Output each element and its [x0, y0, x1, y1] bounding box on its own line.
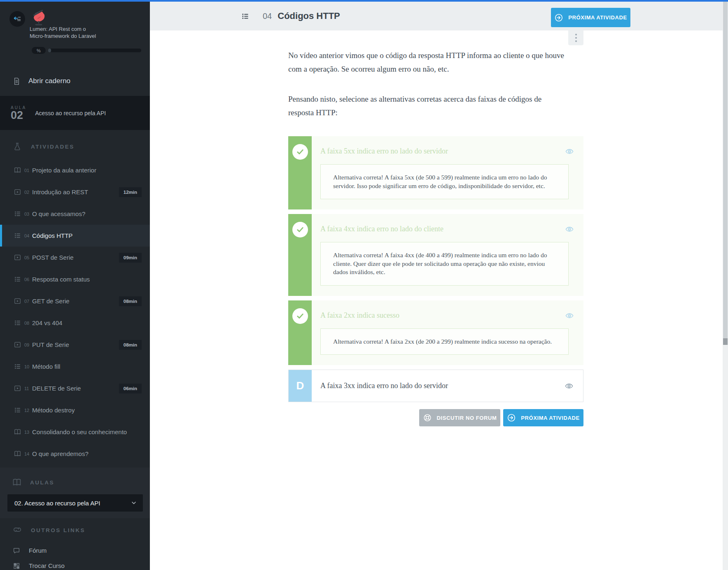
video-icon — [14, 254, 21, 261]
sidebar-item-introducao-ao-rest[interactable]: 02 Introdução ao REST 12min — [0, 181, 150, 203]
answer-title: A faixa 4xx indica erro no lado do clien… — [320, 225, 574, 233]
discuss-forum-button[interactable]: DISCUTIR NO FORUM — [419, 409, 500, 426]
check-circle-icon — [292, 222, 308, 237]
activity-label: Resposta com status — [32, 276, 90, 283]
sidebar-item-o-que-acessamos[interactable]: 03 O que acessamos? — [0, 203, 150, 225]
duration-badge: 08min — [119, 340, 142, 350]
scrollbar-thumb[interactable] — [723, 2, 728, 338]
video-icon — [14, 188, 21, 196]
link-icon — [13, 525, 22, 535]
sidebar-item-codigos-http[interactable]: 04 Códigos HTTP — [0, 225, 150, 247]
activity-label: POST de Serie — [32, 254, 74, 261]
lifebuoy-icon — [423, 413, 432, 422]
sidebar-item-delete-de-serie[interactable]: 11 DELETE de Serie 06min — [0, 377, 150, 399]
scrollbar-thumb-end[interactable] — [723, 338, 728, 345]
list-icon — [14, 210, 21, 218]
sidebar-item-put-de-serie[interactable]: 09 PUT de Serie 08min — [0, 334, 150, 356]
list-icon — [14, 232, 21, 240]
activity-number: 08 — [24, 321, 31, 326]
activity-number: 11 — [24, 386, 31, 391]
activity-label: DELETE de Serie — [32, 385, 81, 392]
discuss-forum-label: DISCUTIR NO FORUM — [437, 415, 497, 421]
other-links-header: OUTROS LINKS — [0, 525, 150, 535]
book-open-icon — [14, 450, 21, 458]
sidebar-item-projeto-da-aula-anterior[interactable]: 01 Projeto da aula anterior — [0, 159, 150, 181]
sidebar-item-o-que-aprendemos[interactable]: 14 O que aprendemos? — [0, 443, 150, 465]
question-content: No vídeo anterior vimos que o código da … — [288, 49, 583, 426]
sidebar-item-204-vs-404[interactable]: 08 204 vs 404 — [0, 312, 150, 334]
activity-label: 204 vs 404 — [32, 319, 62, 326]
list-icon — [14, 363, 21, 370]
lessons-section: AULAS 02. Acesso ao recurso pela API — [0, 468, 150, 518]
next-activity-label: PRÓXIMA ATIVIDADE — [521, 415, 580, 421]
sidebar-item-metodo-fill[interactable]: 10 Método fill — [0, 356, 150, 377]
activity-header: 04 Códigos HTTP PRÓXIMA ATIVIDADE — [150, 2, 728, 30]
activity-label: Códigos HTTP — [32, 232, 72, 239]
list-icon — [14, 275, 21, 283]
answer-option-unselected-3xx[interactable]: D A faixa 3xx indica erro no lado do ser… — [288, 370, 583, 402]
question-paragraph: No vídeo anterior vimos que o código da … — [288, 49, 568, 76]
sidebar-link-trocar-curso[interactable]: Trocar Curso — [0, 558, 150, 570]
course-progress-bar — [48, 49, 141, 52]
activity-number: 01 — [24, 168, 31, 173]
check-circle-icon — [292, 144, 308, 160]
next-activity-button-bottom[interactable]: PRÓXIMA ATIVIDADE — [503, 409, 583, 426]
activity-number: 02 — [24, 190, 31, 195]
answer-option-correct-5xx[interactable]: A faixa 5xx indica erro no lado do servi… — [288, 136, 583, 209]
lesson-title: Acesso ao recurso pela API — [35, 110, 106, 116]
activity-label: Método fill — [32, 363, 60, 370]
grid-icon — [13, 562, 20, 570]
eye-icon[interactable] — [565, 147, 574, 156]
other-links-section: OUTROS LINKS Fórum Trocar Curso — [0, 518, 150, 570]
eye-icon[interactable] — [565, 225, 574, 234]
activity-label: O que acessamos? — [32, 210, 85, 217]
answer-title: A faixa 3xx indica erro no lado do servi… — [320, 382, 473, 390]
open-notebook-button[interactable]: Abrir caderno — [0, 71, 150, 91]
activity-number: 04 — [263, 12, 272, 21]
sidebar-item-consolidando-o-seu-conhecimento[interactable]: 13 Consolidando o seu conhecimento — [0, 421, 150, 443]
sidebar-item-resposta-com-status[interactable]: 06 Resposta com status — [0, 268, 150, 290]
activity-number: 04 — [24, 233, 31, 238]
answer-option-correct-2xx[interactable]: A faixa 2xx indica sucesso Alternativa c… — [288, 300, 583, 365]
list-icon — [241, 12, 250, 21]
book-open-icon — [14, 166, 21, 174]
answer-body: A faixa 3xx indica erro no lado do servi… — [312, 370, 583, 402]
activity-number: 09 — [24, 342, 31, 347]
answer-body: A faixa 5xx indica erro no lado do servi… — [312, 136, 583, 209]
activity-label: GET de Serie — [32, 298, 70, 305]
duration-badge: 08min — [119, 296, 142, 306]
activities-section-header: ATIVIDADES — [0, 141, 150, 152]
answer-title: A faixa 5xx indica erro no lado do servi… — [320, 147, 574, 156]
activity-title-group: 04 Códigos HTTP — [241, 2, 340, 30]
lessons-header-label: AULAS — [30, 479, 54, 486]
video-icon — [14, 297, 21, 305]
document-icon — [12, 77, 21, 86]
collapse-arrow-icon — [13, 15, 21, 23]
sidebar-link-forum[interactable]: Fórum — [0, 543, 150, 558]
list-icon — [14, 406, 21, 414]
link-label: Trocar Curso — [29, 562, 65, 569]
duration-badge: 12min — [119, 187, 142, 197]
collapse-sidebar-button[interactable] — [9, 11, 25, 27]
eye-icon[interactable] — [565, 382, 574, 391]
sidebar-item-post-de-serie[interactable]: 05 POST de Serie 09min — [0, 247, 150, 268]
lesson-select-dropdown[interactable]: 02. Acesso ao recurso pela API — [7, 494, 143, 512]
activity-label: Introdução ao REST — [32, 188, 88, 195]
next-activity-button-top[interactable]: PRÓXIMA ATIVIDADE — [551, 8, 630, 27]
eye-icon[interactable] — [565, 311, 574, 320]
sidebar-item-get-de-serie[interactable]: 07 GET de Serie 08min — [0, 290, 150, 312]
other-links-list: Fórum Trocar Curso — [0, 543, 150, 570]
activity-label: Método destroy — [32, 407, 75, 414]
more-options-button[interactable] — [568, 30, 583, 45]
activity-number: 12 — [24, 408, 31, 413]
sidebar-item-metodo-destroy[interactable]: 12 Método destroy — [0, 399, 150, 421]
answer-body: A faixa 2xx indica sucesso Alternativa c… — [312, 300, 583, 365]
activity-number: 06 — [24, 277, 31, 282]
flask-icon — [13, 142, 22, 151]
answer-option-correct-4xx[interactable]: A faixa 4xx indica erro no lado do clien… — [288, 214, 583, 296]
link-label: Fórum — [29, 547, 47, 554]
vertical-scrollbar[interactable] — [723, 2, 728, 570]
chevron-down-icon — [131, 500, 137, 506]
arrow-circle-icon — [507, 413, 516, 422]
answer-explanation: Alternativa correta! A faixa 2xx (de 200… — [320, 328, 569, 355]
